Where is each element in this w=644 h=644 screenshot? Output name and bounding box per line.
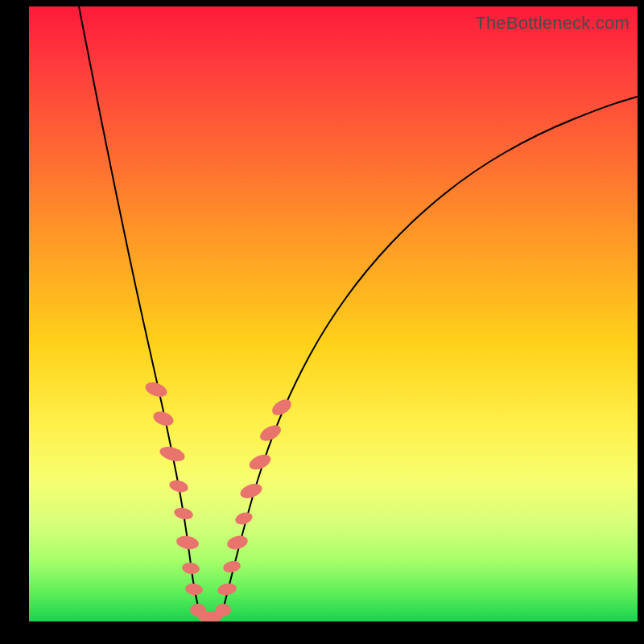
data-bead xyxy=(143,380,169,400)
data-bead xyxy=(158,444,186,464)
data-bead xyxy=(181,562,200,576)
data-bead xyxy=(238,481,264,502)
chart-svg xyxy=(29,6,638,621)
chart-frame: TheBottleneck.com xyxy=(0,0,644,644)
data-bead xyxy=(247,452,273,473)
data-bead xyxy=(233,510,254,526)
curve-left xyxy=(79,6,200,616)
data-bead xyxy=(175,535,200,551)
data-bead xyxy=(225,534,249,551)
data-bead xyxy=(173,506,194,522)
curve-right xyxy=(221,97,638,616)
data-bead xyxy=(168,478,190,493)
plot-area: TheBottleneck.com xyxy=(29,6,638,621)
data-bead xyxy=(184,583,203,596)
data-bead xyxy=(217,582,237,597)
bead-group xyxy=(143,380,294,621)
data-bead xyxy=(222,559,242,574)
